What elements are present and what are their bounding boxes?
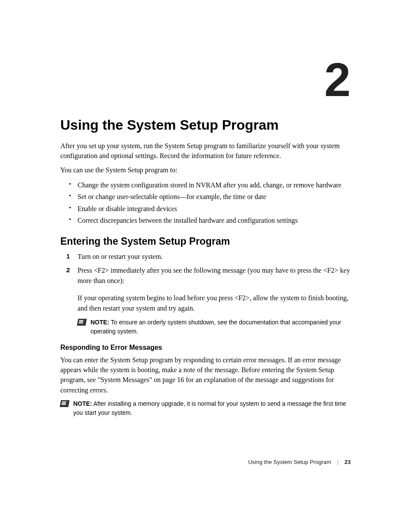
list-item: Change the system configuration stored i…	[78, 180, 352, 191]
step-item: Press <F2> immediately after you see the…	[78, 265, 352, 336]
page-footer: Using the System Setup Program | 23	[248, 459, 351, 465]
note-label: NOTE:	[73, 400, 92, 407]
list-item: Enable or disable integrated devices	[78, 203, 352, 215]
footer-section-title: Using the System Setup Program	[248, 459, 331, 465]
subsection-heading-responding: Responding to Error Messages	[60, 344, 352, 352]
list-item: Correct discrepancies between the instal…	[78, 215, 352, 226]
step-extra-paragraph: If your operating system begins to load …	[78, 293, 352, 314]
step-text: Press <F2> immediately after you see the…	[78, 267, 350, 284]
intro-paragraph-2: You can use the System Setup program to:	[60, 165, 352, 175]
page: 2 Using the System Setup Program After y…	[0, 0, 411, 532]
note-text: NOTE: After installing a memory upgrade,…	[73, 399, 352, 417]
note-text: NOTE: To ensure an orderly system shutdo…	[90, 318, 352, 336]
footer-page-number: 23	[345, 459, 351, 465]
note-icon	[77, 319, 87, 326]
chapter-title: Using the System Setup Program	[60, 117, 352, 133]
chapter-number: 2	[324, 56, 351, 103]
content-area: Using the System Setup Program After you…	[60, 117, 352, 422]
entering-steps: Turn on or restart your system. Press <F…	[60, 252, 352, 336]
note-body: After installing a memory upgrade, it is…	[73, 400, 346, 416]
responding-paragraph: You can enter the System Setup program b…	[60, 355, 352, 395]
step-item: Turn on or restart your system.	[78, 252, 352, 262]
intro-paragraph-1: After you set up your system, run the Sy…	[60, 141, 352, 161]
list-item: Set or change user-selectable options—fo…	[78, 191, 352, 202]
capability-list: Change the system configuration stored i…	[60, 180, 352, 226]
note-label: NOTE:	[90, 319, 109, 326]
note-icon	[60, 400, 70, 407]
note-block: NOTE: To ensure an orderly system shutdo…	[78, 318, 352, 336]
note-block: NOTE: After installing a memory upgrade,…	[60, 399, 352, 417]
note-body: To ensure an orderly system shutdown, se…	[90, 319, 341, 335]
section-heading-entering: Entering the System Setup Program	[60, 236, 352, 247]
footer-divider: |	[337, 459, 339, 465]
